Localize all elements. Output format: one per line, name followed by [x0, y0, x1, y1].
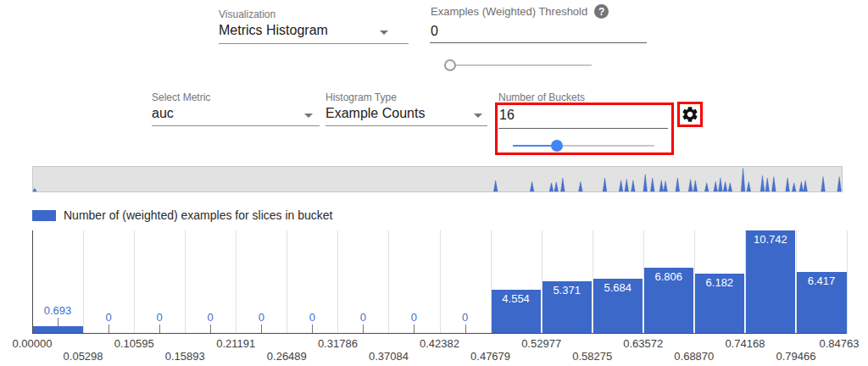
annotation-stem — [312, 324, 313, 333]
x-axis-tick-label: 0.21191 — [216, 337, 255, 350]
x-axis-baseline — [32, 333, 847, 334]
bar-value-label: 0 — [462, 311, 468, 324]
x-axis-tick-label: 0.42382 — [420, 337, 459, 350]
gridline — [337, 230, 338, 333]
histogram-bar[interactable] — [746, 230, 796, 333]
gridline — [440, 230, 441, 333]
bar-value-label: 0 — [411, 311, 417, 324]
annotation-stem — [261, 324, 262, 333]
bar-value-label: 6.417 — [808, 274, 836, 287]
x-axis-tick-label: 0.00000 — [13, 337, 53, 350]
bar-value-label: 0 — [157, 311, 163, 324]
x-axis-tick-label: 0.10595 — [114, 337, 154, 350]
x-axis-tick-label: 0.26489 — [267, 350, 307, 363]
y-axis-line — [32, 230, 33, 333]
x-axis-tick-label: 0.79466 — [776, 350, 815, 363]
x-axis-tick-label: 0.15893 — [165, 350, 205, 363]
annotation-stem — [210, 324, 211, 333]
annotation-stem — [414, 324, 415, 333]
bar-value-label: 0 — [105, 311, 111, 324]
histogram-bar[interactable] — [33, 326, 83, 333]
annotation-stem — [363, 324, 364, 333]
bar-value-label: 4.554 — [502, 292, 530, 305]
x-axis-tick-label: 0.58275 — [572, 350, 612, 363]
histogram-chart: 0.693000000004.5545.3715.6846.8066.18210… — [0, 0, 868, 366]
x-axis-tick-label: 0.52977 — [521, 337, 561, 350]
bar-value-label: 0 — [259, 311, 264, 324]
bar-value-label: 10.742 — [754, 233, 787, 246]
bar-value-label: 0 — [208, 311, 214, 324]
x-axis-tick-label: 0.84763 — [820, 337, 860, 350]
gridline — [134, 230, 135, 333]
gridline — [388, 230, 389, 333]
bar-value-label: 6.182 — [706, 276, 734, 289]
bar-value-label: 0 — [309, 311, 315, 324]
annotation-stem — [58, 318, 58, 326]
bar-value-label: 0.693 — [44, 304, 72, 317]
annotation-stem — [465, 324, 466, 333]
gridline — [185, 230, 186, 333]
x-axis-tick-label: 0.68870 — [674, 350, 714, 363]
gridline — [847, 230, 848, 333]
x-axis-tick-label: 0.47679 — [470, 350, 510, 363]
x-axis-tick-label: 0.37084 — [369, 350, 409, 363]
x-axis-tick-label: 0.63572 — [623, 337, 663, 350]
gridline — [236, 230, 236, 333]
bar-value-label: 6.806 — [655, 270, 683, 283]
gridline — [287, 230, 287, 333]
x-axis-tick-label: 0.05298 — [64, 350, 103, 363]
x-axis-tick-label: 0.74168 — [725, 337, 765, 350]
gridline — [83, 230, 84, 333]
bar-value-label: 5.371 — [553, 284, 581, 297]
annotation-stem — [108, 324, 109, 333]
bar-value-label: 0 — [360, 311, 366, 324]
bar-value-label: 5.684 — [604, 281, 632, 294]
x-axis-tick-label: 0.31786 — [318, 337, 358, 350]
metrics-histogram-panel: Visualization Metrics Histogram Examples… — [0, 0, 868, 366]
annotation-stem — [159, 324, 160, 333]
